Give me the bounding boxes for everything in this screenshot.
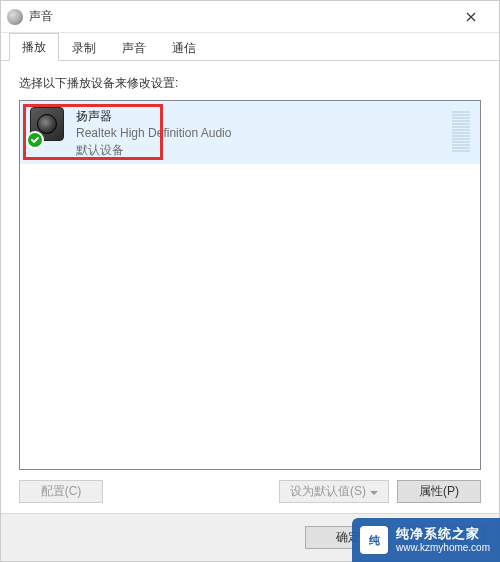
set-default-button[interactable]: 设为默认值(S) — [279, 480, 389, 503]
device-name: 扬声器 — [76, 108, 444, 125]
tab-playback[interactable]: 播放 — [9, 33, 59, 61]
tab-label: 录制 — [72, 41, 96, 55]
configure-button[interactable]: 配置(C) — [19, 480, 103, 503]
button-label: 设为默认值(S) — [290, 483, 366, 500]
watermark-title: 纯净系统之家 — [396, 527, 490, 542]
app-icon — [7, 9, 23, 25]
chevron-down-icon — [370, 485, 378, 499]
watermark-url: www.kzmyhome.com — [396, 542, 490, 554]
tabstrip: 播放 录制 声音 通信 — [1, 33, 499, 61]
window-title: 声音 — [29, 8, 449, 25]
tab-recording[interactable]: 录制 — [59, 34, 109, 61]
watermark: 纯 纯净系统之家 www.kzmyhome.com — [352, 518, 500, 562]
device-icon-wrap — [30, 107, 66, 147]
device-description: Realtek High Definition Audio — [76, 125, 444, 142]
default-check-icon — [26, 131, 44, 149]
close-button[interactable] — [449, 2, 493, 32]
tab-label: 声音 — [122, 41, 146, 55]
instruction-text: 选择以下播放设备来修改设置: — [19, 75, 481, 92]
titlebar: 声音 — [1, 1, 499, 33]
device-item[interactable]: 扬声器 Realtek High Definition Audio 默认设备 — [20, 101, 480, 164]
device-button-row: 配置(C) 设为默认值(S) 属性(P) — [19, 470, 481, 513]
properties-button[interactable]: 属性(P) — [397, 480, 481, 503]
tab-sounds[interactable]: 声音 — [109, 34, 159, 61]
button-label: 属性(P) — [419, 483, 459, 500]
volume-level-meter — [452, 107, 470, 152]
button-label: 配置(C) — [41, 483, 82, 500]
tab-label: 通信 — [172, 41, 196, 55]
device-list[interactable]: 扬声器 Realtek High Definition Audio 默认设备 — [19, 100, 481, 470]
device-status: 默认设备 — [76, 142, 444, 159]
watermark-logo-icon: 纯 — [360, 526, 388, 554]
close-icon — [466, 12, 476, 22]
tab-label: 播放 — [22, 40, 46, 54]
device-text: 扬声器 Realtek High Definition Audio 默认设备 — [76, 107, 444, 158]
sound-settings-window: 声音 播放 录制 声音 通信 选择以下播放设备来修改设置: 扬声器 Realte… — [0, 0, 500, 562]
tab-communications[interactable]: 通信 — [159, 34, 209, 61]
tab-content: 选择以下播放设备来修改设置: 扬声器 Realtek High Definiti… — [1, 61, 499, 513]
